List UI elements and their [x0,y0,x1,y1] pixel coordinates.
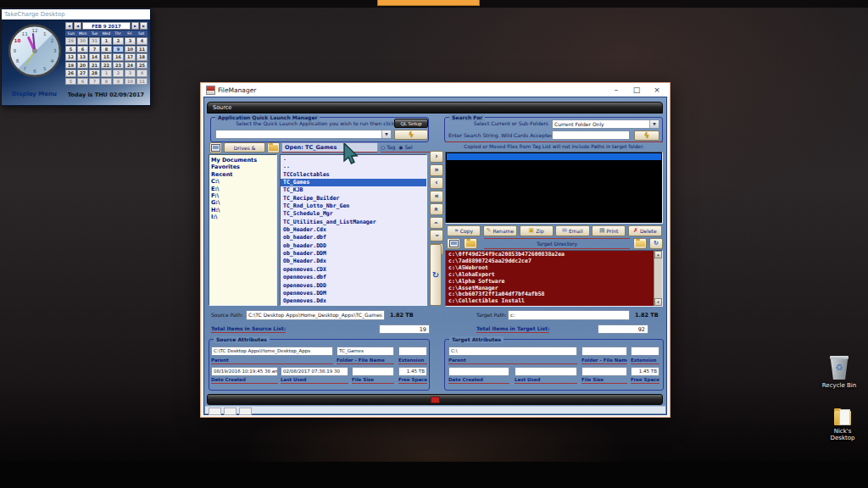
search-go-button[interactable]: ϟ [634,130,659,141]
source-tab[interactable]: Source [207,102,663,114]
calendar-day[interactable]: 25 [136,62,147,69]
target-created-field[interactable] [448,367,509,376]
calendar-day[interactable]: 15 [101,53,112,61]
calendar-day[interactable]: 31 [89,37,100,45]
file-item[interactable]: TC_Rnd_Lotto_Nbr_Gen [281,202,426,210]
calendar-day[interactable]: 7 [89,46,100,53]
drive-item[interactable]: My Documents [209,157,276,164]
chevron-down-icon[interactable]: ▼ [381,130,391,138]
maximize-button[interactable]: □ [626,83,647,97]
transfer-button[interactable] [430,177,443,189]
file-item[interactable]: TCCollectables [281,171,426,179]
calendar-day[interactable]: 4 [136,69,147,77]
source-path-input[interactable]: C:\TC Desktop Apps\Home_Desktop_Apps\TC_… [246,310,385,320]
action-button[interactable]: Delete [628,225,662,236]
drive-item[interactable]: Favorites [209,164,276,170]
calendar-day[interactable]: 9 [113,46,124,53]
file-item[interactable]: openmoves.DDD [281,282,426,290]
calendar-day[interactable]: 19 [65,62,76,69]
next-year-button[interactable]: ▶ [140,22,147,30]
file-item[interactable]: ob_header.DDM [281,250,426,258]
file-item[interactable]: TC_Games [281,179,426,186]
target-ext-field[interactable] [631,347,659,356]
next-month-button[interactable]: ▶ [131,22,139,30]
drive-item[interactable]: G:\ [209,199,276,206]
drive-item[interactable]: H:\ [209,207,276,214]
file-item[interactable]: openmoves.DDM [281,290,426,297]
source-used-field[interactable]: 02/08/2017 07:38:19 30 [281,367,348,376]
calendar-day[interactable]: 1 [101,69,112,77]
calendar-day[interactable]: 16 [113,53,124,61]
calendar-day[interactable]: 8 [101,46,112,53]
file-item[interactable]: TC_Schedule_Mgr [281,210,426,218]
calendar-day[interactable]: 10 [125,78,136,86]
quick-launch-dropdown[interactable]: ▼ [215,130,392,139]
calendar-day[interactable]: 3 [125,37,136,45]
calendar-day[interactable]: 24 [125,62,136,69]
calendar-day[interactable]: 29 [65,37,76,45]
calendar-day[interactable]: 12 [65,53,76,61]
close-button[interactable]: × [647,83,667,97]
source-parent-field[interactable]: C:\TC Desktop Apps\Home_Desktop_Apps [211,347,333,356]
calendar-day[interactable]: 2 [113,37,124,45]
scroll-down-icon[interactable]: ▼ [654,298,662,306]
minimize-button[interactable]: – [606,83,626,97]
transfer-button[interactable] [430,217,443,229]
calendar-day[interactable]: 7 [89,78,100,86]
chevron-down-icon[interactable]: ▼ [649,120,659,128]
sel-radio[interactable]: ◉ Sel [398,143,412,152]
file-item[interactable]: ob_header.DDD [281,242,426,250]
drive-item[interactable]: E:\ [209,186,276,192]
calendar-day[interactable]: 1 [101,37,112,45]
file-item[interactable]: TC_Utilities_and_ListManager [281,219,426,226]
display-menu-button[interactable]: Display Menu [12,91,57,97]
file-item[interactable]: openmoves.CDX [281,266,426,274]
action-button[interactable]: Rename [483,225,517,236]
drives-folders-button[interactable]: Drives & Folders [224,142,265,152]
calendar-day[interactable]: 23 [113,62,124,69]
action-button[interactable]: Zip [520,225,554,236]
file-item[interactable]: openmoves.dbf [281,274,426,281]
taskbar-hidden-tab[interactable] [377,0,480,6]
source-name-field[interactable]: TC_Games [337,347,394,356]
tag-list-selected-row[interactable] [447,153,661,160]
calendar-day[interactable]: 20 [77,62,88,69]
calendar-day[interactable]: 4 [136,37,147,45]
drive-item[interactable]: C:\ [209,178,276,185]
file-item[interactable]: TC_KJB [281,186,426,194]
widget-titlebar[interactable]: TakeCharge Desktop [2,9,150,19]
target-refresh-button[interactable]: ↻ [649,238,663,249]
calendar-day[interactable]: 5 [65,46,76,53]
nicks-desktop-icon[interactable]: Nick's Desktop [815,411,868,442]
search-scope-dropdown[interactable]: Current Folder Only ▼ [552,119,659,129]
calendar-day[interactable]: 11 [136,78,147,86]
action-button[interactable]: Print [592,225,626,236]
transfer-button[interactable] [430,230,443,241]
tag-radio[interactable]: ○ Tag [381,143,395,152]
calendar-day[interactable]: 9 [113,78,124,86]
refresh-lists-button[interactable]: ↻ [430,244,442,306]
transfer-button[interactable] [430,151,443,163]
drive-item[interactable]: F:\ [209,192,276,199]
transfer-button[interactable] [430,203,443,215]
file-item[interactable]: Ob_Header.Ddx [281,258,426,265]
target-path-input[interactable]: c: [508,310,630,320]
scroll-up-icon[interactable]: ▲ [654,251,662,258]
calendar-day[interactable]: 18 [136,53,147,61]
target-computer-button[interactable] [447,238,460,249]
tag-list-box[interactable] [445,152,663,224]
search-input[interactable] [552,130,630,140]
drives-computer-button[interactable] [209,142,222,153]
action-button[interactable]: Copy [447,225,481,236]
drive-item[interactable]: Recent [209,171,276,178]
source-created-field[interactable]: 08/19/2016 10:19:45 38 am [211,367,278,376]
target-folder-button[interactable] [464,238,477,249]
target-parent-field[interactable]: C:\ [448,347,577,356]
calendar-day[interactable]: 2 [113,69,124,77]
prev-month-button[interactable]: ◀ [74,22,81,30]
calendar-day[interactable]: 22 [101,62,112,69]
calendar-day[interactable]: 6 [77,46,88,53]
target-free-field[interactable]: 1.45 TB [631,367,659,376]
file-item[interactable]: TC_Recipe_Builder [281,195,426,202]
calendar-day[interactable]: 27 [77,69,88,77]
